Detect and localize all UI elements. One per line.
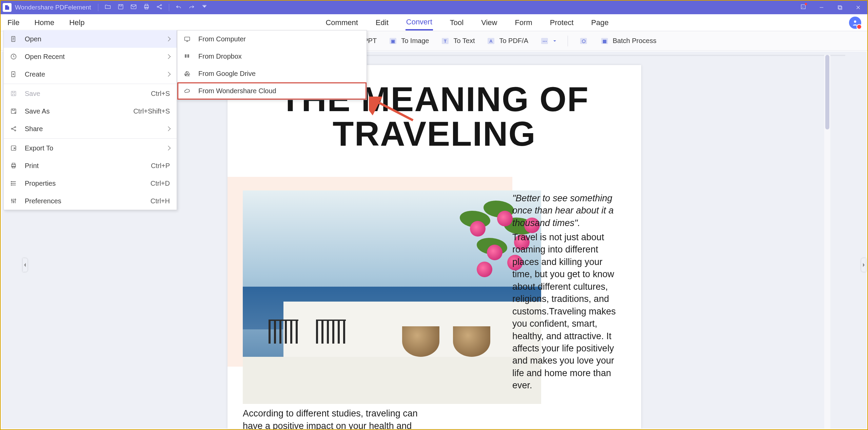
annotation-arrow bbox=[369, 97, 416, 125]
export-icon bbox=[10, 145, 17, 151]
share-icon[interactable] bbox=[156, 3, 163, 12]
tab-page[interactable]: Page bbox=[591, 16, 609, 30]
main-menu: FileHomeHelp CommentEditConvertToolViewF… bbox=[1, 14, 867, 31]
right-panel-toggle[interactable] bbox=[861, 258, 866, 272]
menu-file[interactable]: File bbox=[7, 16, 20, 30]
svg-rect-39 bbox=[12, 163, 15, 165]
chevron-right-icon bbox=[166, 54, 171, 59]
props-icon bbox=[10, 180, 17, 187]
tab-edit[interactable]: Edit bbox=[375, 16, 389, 30]
svg-rect-1 bbox=[131, 5, 136, 9]
svg-point-5 bbox=[157, 6, 158, 7]
monitor-icon bbox=[183, 36, 191, 43]
print-icon[interactable] bbox=[143, 3, 150, 12]
prefs-icon bbox=[10, 198, 17, 204]
menu-label: From Google Drive bbox=[198, 70, 360, 78]
svg-point-43 bbox=[11, 185, 12, 185]
plus-file-icon bbox=[10, 71, 17, 78]
file-menu-save: SaveCtrl+S bbox=[4, 85, 177, 102]
pdf-page[interactable]: THE MEANING OF TRAVELING "Better to see … bbox=[228, 65, 641, 429]
file-menu-create[interactable]: Create bbox=[4, 65, 177, 83]
tab-comment[interactable]: Comment bbox=[325, 16, 358, 30]
menu-label: Save bbox=[25, 90, 151, 98]
toolbar-unknown-hex[interactable]: ⬡ bbox=[576, 35, 591, 47]
menu-label: Export To bbox=[25, 144, 166, 152]
toolbar-to-text[interactable]: TTo Text bbox=[438, 35, 477, 47]
menu-help[interactable]: Help bbox=[68, 16, 85, 30]
menu-label: Properties bbox=[25, 180, 151, 187]
save-icon[interactable] bbox=[117, 3, 124, 12]
svg-rect-0 bbox=[118, 4, 123, 9]
save-icon bbox=[10, 90, 17, 97]
title-bar: Wondershare PDFelement bbox=[1, 1, 867, 14]
email-icon[interactable] bbox=[130, 3, 137, 12]
quote-text: "Better to see something once than hear … bbox=[512, 192, 621, 229]
clock-icon bbox=[10, 53, 17, 60]
svg-point-46 bbox=[15, 199, 16, 200]
vertical-scrollbar[interactable] bbox=[824, 55, 830, 429]
menu-label: Open Recent bbox=[25, 53, 166, 61]
menu-home[interactable]: Home bbox=[34, 16, 55, 30]
svg-point-45 bbox=[13, 201, 14, 202]
screenshot-button[interactable] bbox=[794, 1, 812, 14]
toolbar-to-pdfa[interactable]: ATo PDF/A bbox=[484, 35, 531, 47]
file-menu-export-to[interactable]: Export To bbox=[4, 139, 177, 157]
file-menu-preferences[interactable]: PreferencesCtrl+H bbox=[4, 192, 177, 210]
svg-point-41 bbox=[11, 181, 12, 182]
file-menu-share[interactable]: Share bbox=[4, 120, 177, 138]
svg-point-12 bbox=[854, 20, 856, 23]
menu-label: Share bbox=[25, 125, 166, 133]
file-menu-open[interactable]: Open bbox=[4, 30, 177, 48]
more-icon[interactable] bbox=[201, 3, 208, 12]
svg-text:A: A bbox=[490, 39, 493, 44]
cloud-icon bbox=[183, 88, 191, 95]
svg-text:⬡: ⬡ bbox=[582, 39, 586, 44]
toolbar-to-image[interactable]: ▣To Image bbox=[386, 35, 432, 47]
chevron-right-icon bbox=[166, 37, 171, 41]
svg-text:T: T bbox=[444, 39, 447, 44]
svg-rect-40 bbox=[12, 166, 15, 168]
menu-label: Create bbox=[25, 70, 166, 78]
minimize-button[interactable] bbox=[812, 1, 831, 14]
printer-icon bbox=[10, 162, 17, 169]
svg-text:▦: ▦ bbox=[603, 39, 607, 44]
maximize-button[interactable] bbox=[831, 1, 849, 14]
open-from-gdrive[interactable]: From Google Drive bbox=[177, 65, 367, 82]
svg-point-6 bbox=[160, 4, 161, 5]
tab-protect[interactable]: Protect bbox=[549, 16, 574, 30]
svg-rect-47 bbox=[185, 37, 190, 40]
open-folder-icon[interactable] bbox=[104, 3, 111, 12]
tab-convert[interactable]: Convert bbox=[406, 15, 433, 30]
svg-rect-10 bbox=[838, 6, 841, 9]
svg-rect-8 bbox=[202, 5, 206, 6]
file-menu-properties[interactable]: PropertiesCtrl+D bbox=[4, 175, 177, 192]
svg-rect-32 bbox=[11, 91, 16, 96]
tab-form[interactable]: Form bbox=[514, 16, 533, 30]
svg-rect-3 bbox=[145, 4, 147, 5]
open-from-computer[interactable]: From Computer bbox=[177, 30, 367, 48]
menu-label: From Dropbox bbox=[198, 53, 360, 60]
redo-icon[interactable] bbox=[188, 3, 195, 12]
svg-point-34 bbox=[11, 128, 12, 129]
tab-view[interactable]: View bbox=[480, 16, 498, 30]
file-icon bbox=[10, 36, 17, 42]
file-menu-open-recent[interactable]: Open Recent bbox=[4, 48, 177, 65]
svg-point-35 bbox=[15, 126, 16, 127]
file-menu-print[interactable]: PrintCtrl+P bbox=[4, 157, 177, 175]
menu-label: Preferences bbox=[25, 197, 151, 205]
close-button[interactable] bbox=[849, 1, 867, 14]
open-from-wscloud[interactable]: From Wondershare Cloud bbox=[177, 82, 367, 100]
left-panel-toggle[interactable] bbox=[23, 258, 27, 272]
tab-tool[interactable]: Tool bbox=[449, 16, 464, 30]
file-menu-save-as[interactable]: Save AsCtrl+Shift+S bbox=[4, 102, 177, 120]
toolbar-batch[interactable]: ▦Batch Process bbox=[597, 35, 659, 47]
chevron-right-icon bbox=[166, 126, 171, 131]
toolbar-more[interactable]: ⋯ bbox=[537, 35, 559, 47]
open-from-dropbox[interactable]: From Dropbox bbox=[177, 48, 367, 65]
svg-rect-4 bbox=[145, 7, 147, 9]
svg-point-7 bbox=[160, 8, 161, 9]
file-menu-dropdown: OpenOpen RecentCreateSaveCtrl+SSave AsCt… bbox=[3, 30, 177, 210]
undo-icon[interactable] bbox=[175, 3, 182, 12]
user-avatar[interactable] bbox=[849, 17, 861, 29]
svg-point-42 bbox=[11, 183, 12, 184]
